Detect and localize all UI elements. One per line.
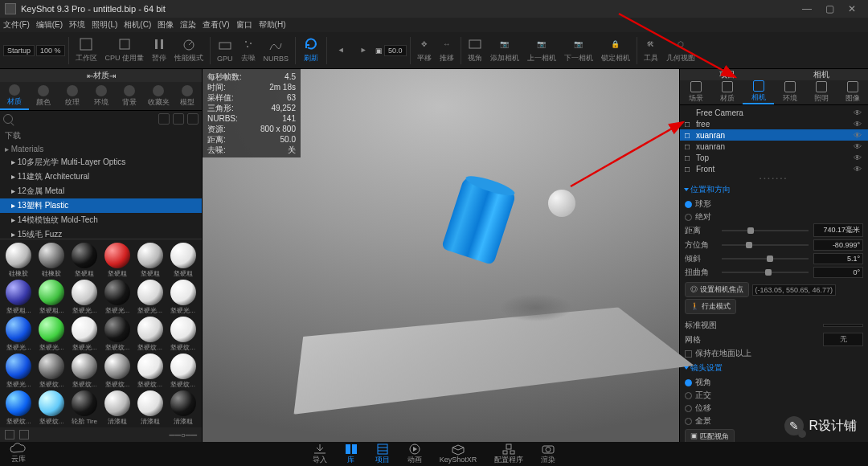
material-swatch[interactable]: 硅橡胶 xyxy=(3,243,35,278)
material-swatch[interactable]: 坚硬纹... xyxy=(101,317,133,352)
menu-item[interactable]: 相机(C) xyxy=(124,19,151,31)
material-swatches[interactable]: 硅橡胶硅橡胶坚硬粗坚硬粗坚硬粗坚硬粗坚硬粗...坚硬粗...坚硬光...坚硬光.… xyxy=(0,239,202,427)
camera-item[interactable]: Free Camera👁 xyxy=(680,107,868,118)
minimize-button[interactable]: — xyxy=(796,3,818,14)
material-swatch[interactable]: 坚硬纹... xyxy=(36,354,68,389)
prev-camera-button[interactable]: 📷上一相机 xyxy=(524,35,559,67)
menu-item[interactable]: 照明(L) xyxy=(92,19,117,31)
set-pivot-button[interactable]: ◎ 设置相机焦点 xyxy=(685,282,749,297)
view-button[interactable]: 视角 xyxy=(465,35,485,67)
library-button[interactable]: 库 xyxy=(345,444,358,465)
library-tab[interactable]: 环境 xyxy=(87,82,116,110)
web-button[interactable]: 配置程序 xyxy=(494,444,523,465)
material-swatch[interactable]: 坚硬纹... xyxy=(134,317,166,352)
camera-item[interactable]: □free👁 xyxy=(680,118,868,129)
cloud-library-button[interactable]: 云库 xyxy=(10,443,27,464)
animation-button[interactable]: 动画 xyxy=(407,444,422,465)
material-swatch[interactable]: 坚硬光... xyxy=(3,354,35,389)
material-swatch[interactable]: 坚硬粗 xyxy=(167,243,199,278)
camera-item[interactable]: □Top👁 xyxy=(680,152,868,163)
material-swatch[interactable]: 坚硬粗 xyxy=(134,243,166,278)
camera-item[interactable]: □xuanran👁 xyxy=(680,141,868,152)
lens-section[interactable]: 镜头设置 xyxy=(685,362,863,374)
project-tab[interactable]: 材质 xyxy=(711,80,743,104)
slider-icon[interactable]: ──○── xyxy=(170,431,197,439)
push-button[interactable]: ↔推移 xyxy=(436,35,457,67)
gpu-button[interactable]: GPU xyxy=(214,35,236,67)
menu-item[interactable]: 环境 xyxy=(69,19,85,31)
menu-item[interactable]: 文件(F) xyxy=(3,19,30,31)
material-swatch[interactable]: 坚硬光... xyxy=(101,280,133,315)
pause-button[interactable]: 暂停 xyxy=(149,35,170,67)
walk-mode-button[interactable]: 🚶 行走模式 xyxy=(685,299,736,314)
menu-item[interactable]: 编辑(E) xyxy=(36,19,63,31)
material-swatch[interactable]: 坚硬粗 xyxy=(101,243,133,278)
material-swatch[interactable]: 坚硬粗... xyxy=(3,280,35,315)
camera-item[interactable]: □Front👁 xyxy=(680,163,868,174)
menu-item[interactable]: 窗口 xyxy=(236,19,252,31)
material-swatch[interactable]: 坚硬光... xyxy=(69,317,100,352)
library-tab[interactable]: 颜色 xyxy=(29,82,58,110)
tree-item[interactable]: ▸ 14模模蚀纹 Mold-Tech xyxy=(0,213,202,227)
material-swatch[interactable]: 硅橡胶 xyxy=(36,243,68,278)
material-swatch[interactable]: 清漆粗 xyxy=(134,390,166,426)
startup-selector[interactable]: Startup xyxy=(3,45,35,56)
render-viewport[interactable]: 每秒帧数:4.5时间:2m 18s采样值:63三角形:49,252NURBS:1… xyxy=(203,69,679,442)
camera-item[interactable]: □xuanran👁 xyxy=(680,129,868,141)
performance-button[interactable]: 性能模式 xyxy=(171,35,207,67)
project-tab[interactable]: 场景 xyxy=(680,80,711,104)
material-swatch[interactable]: 坚硬光... xyxy=(36,317,68,352)
tree-item[interactable]: ▸ 15绒毛 Fuzz xyxy=(0,227,202,239)
library-tab[interactable]: 背景 xyxy=(115,82,144,110)
material-swatch[interactable]: 坚硬光... xyxy=(167,280,199,315)
view-radio[interactable]: 视角 xyxy=(685,376,863,389)
project-tab[interactable]: 相机 xyxy=(743,80,774,104)
keyshotxr-button[interactable]: KeyShotXR xyxy=(440,444,477,464)
material-swatch[interactable]: 坚硬纹... xyxy=(167,317,199,352)
material-swatch[interactable]: 坚硬粗... xyxy=(36,280,68,315)
project-tab[interactable]: 环境 xyxy=(774,80,805,104)
material-swatch[interactable]: 坚硬纹... xyxy=(3,390,35,426)
menu-item[interactable]: 查看(V) xyxy=(203,19,229,31)
menu-item[interactable]: 帮助(H) xyxy=(259,19,286,31)
grid-dropdown[interactable]: 无 xyxy=(823,333,863,346)
position-section[interactable]: 位置和方向 xyxy=(685,184,863,195)
sort-icon[interactable] xyxy=(173,113,184,125)
absolute-radio[interactable]: 绝对 xyxy=(685,211,863,223)
camera-list[interactable]: Free Camera👁□free👁□xuanran👁□xuanran👁□Top… xyxy=(680,105,868,176)
material-swatch[interactable]: 轮胎 Tire xyxy=(69,390,100,426)
library-tab[interactable]: 收藏夹 xyxy=(144,82,173,110)
library-tab[interactable]: 纹理 xyxy=(58,82,87,110)
material-swatch[interactable]: 坚硬粗 xyxy=(69,243,100,278)
material-swatch[interactable]: 坚硬纹... xyxy=(36,390,68,426)
blue-cup-model[interactable] xyxy=(441,175,517,265)
ortho-radio[interactable]: 正交 xyxy=(685,389,863,402)
search-input[interactable] xyxy=(16,115,155,124)
material-swatch[interactable]: 清漆粗 xyxy=(101,390,133,426)
library-tab[interactable]: 模型 xyxy=(173,82,202,110)
material-swatch[interactable]: 清漆粗 xyxy=(167,390,199,426)
list-icon[interactable] xyxy=(19,430,29,439)
import-button[interactable]: 导入 xyxy=(313,444,327,465)
tools-button[interactable]: 🛠工具 xyxy=(641,35,661,67)
project-tab[interactable]: 照明 xyxy=(805,80,837,104)
lock-camera-button[interactable]: 🔒锁定相机 xyxy=(598,35,633,67)
maximize-button[interactable]: ▢ xyxy=(818,3,841,14)
workspace-button[interactable]: 工作区 xyxy=(72,35,100,67)
view-icon[interactable] xyxy=(187,113,199,125)
material-swatch[interactable]: 坚硬纹... xyxy=(101,354,133,389)
render-button[interactable]: 渲染 xyxy=(541,444,555,465)
azimuth-slider[interactable] xyxy=(722,244,809,246)
materials-tree[interactable]: 下载▸ Materials▸ 10多层光学 Multi-Layer Optics… xyxy=(0,127,202,239)
material-swatch[interactable]: 坚硬纹... xyxy=(69,354,100,389)
arrow-right-icon[interactable]: ► xyxy=(353,35,374,67)
sphere-model[interactable] xyxy=(548,190,575,217)
material-swatch[interactable]: 坚硬纹... xyxy=(134,354,166,389)
value-field[interactable]: ▣ 50.0 xyxy=(375,45,407,56)
arrow-left-icon[interactable]: ◄ xyxy=(330,35,351,67)
close-button[interactable]: ✕ xyxy=(841,3,863,14)
nurbs-button[interactable]: NURBS xyxy=(260,35,293,67)
std-view-dropdown[interactable] xyxy=(823,324,863,327)
geometry-button[interactable]: ⬡几何视图 xyxy=(663,35,698,67)
tree-item[interactable]: ▸ 11建筑 Architectural xyxy=(0,170,202,184)
